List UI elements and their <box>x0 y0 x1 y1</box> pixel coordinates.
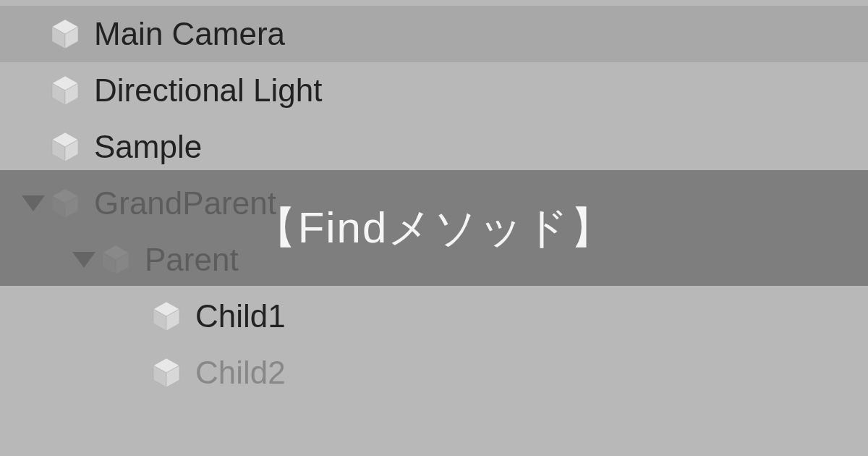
gameobject-cube-icon <box>150 357 182 389</box>
gameobject-cube-icon <box>49 75 81 106</box>
hierarchy-item[interactable]: Child1 <box>0 288 868 345</box>
hierarchy-item-label: Main Camera <box>94 16 285 52</box>
overlay-title: 【Findメソッド】 <box>253 199 616 258</box>
hierarchy-item-label: Child2 <box>195 355 286 391</box>
gameobject-cube-icon <box>150 300 182 332</box>
hierarchy-item[interactable]: Directional Light <box>0 62 868 119</box>
hierarchy-item-label: Child1 <box>195 298 286 334</box>
gameobject-cube-icon <box>49 131 81 163</box>
hierarchy-item-label: Sample <box>94 129 202 165</box>
gameobject-cube-icon <box>49 18 81 50</box>
hierarchy-item-label: Directional Light <box>94 72 323 109</box>
hierarchy-item[interactable]: Child2 <box>0 345 868 401</box>
hierarchy-item[interactable]: Main Camera <box>0 6 868 62</box>
title-overlay: 【Findメソッド】 <box>0 170 868 286</box>
hierarchy-item[interactable]: Sample <box>0 119 868 175</box>
